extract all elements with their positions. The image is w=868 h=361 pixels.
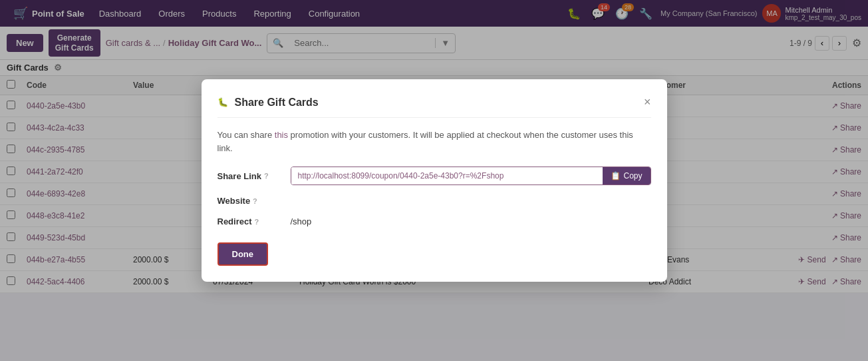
share-link-row: Share Link ? http://localhost:8099/coupo… xyxy=(217,167,651,185)
redirect-value: /shop xyxy=(291,216,312,226)
modal-header: 🐛 Share Gift Cards × xyxy=(217,95,651,118)
modal-desc-link[interactable]: this xyxy=(275,130,288,140)
redirect-help[interactable]: ? xyxy=(255,218,259,226)
done-button[interactable]: Done xyxy=(217,242,269,266)
share-link-text: http://localhost:8099/coupon/0440-2a5e-4… xyxy=(291,167,603,184)
modal-close-button[interactable]: × xyxy=(644,95,651,109)
copy-icon: 📋 xyxy=(611,171,621,180)
share-link-help[interactable]: ? xyxy=(264,172,269,180)
modal-icon: 🐛 xyxy=(217,97,228,107)
modal-body: You can share this promotion with your c… xyxy=(217,129,651,226)
copy-button[interactable]: 📋 Copy xyxy=(603,167,650,184)
modal-description: You can share this promotion with your c… xyxy=(217,129,651,155)
modal-overlay: 🐛 Share Gift Cards × You can share this … xyxy=(0,0,868,293)
redirect-label: Redirect ? xyxy=(217,216,284,226)
share-link-label: Share Link ? xyxy=(217,171,284,181)
redirect-row: Redirect ? /shop xyxy=(217,216,651,226)
website-help[interactable]: ? xyxy=(253,197,257,205)
share-link-wrapper: http://localhost:8099/coupon/0440-2a5e-4… xyxy=(291,167,651,185)
website-row: Website ? xyxy=(217,196,651,206)
copy-label: Copy xyxy=(623,171,642,180)
modal-footer: Done xyxy=(217,242,651,266)
share-gift-cards-modal: 🐛 Share Gift Cards × You can share this … xyxy=(202,79,667,282)
website-label: Website ? xyxy=(217,196,284,206)
modal-title: Share Gift Cards xyxy=(235,97,637,109)
